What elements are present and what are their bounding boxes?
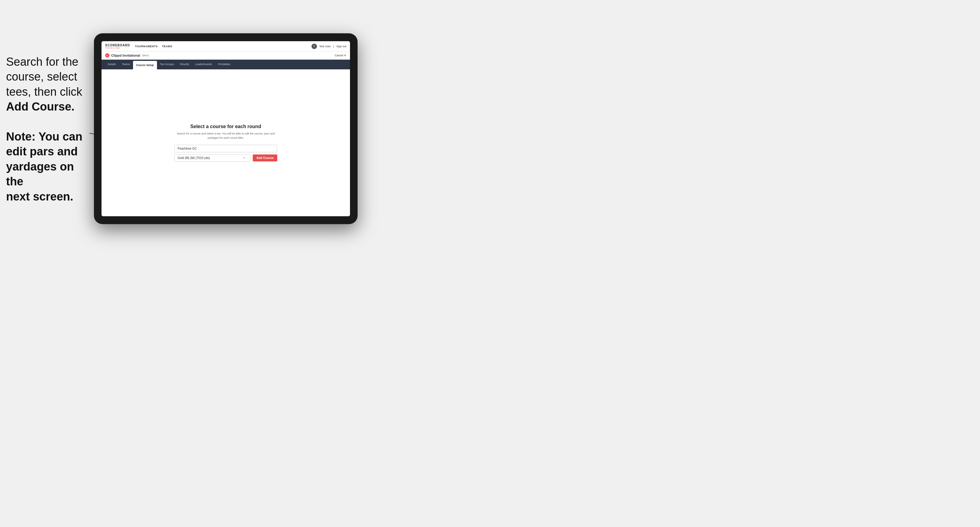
annotation-line2: course, select	[6, 70, 77, 83]
tee-select-wrapper: Gold (M) (M) (7010 yds) Silver (M) (6500…	[174, 154, 250, 162]
tab-course-setup[interactable]: Course Setup	[133, 61, 157, 69]
nav-separator: |	[333, 45, 334, 48]
annotation-note2: edit pars and	[6, 145, 78, 158]
cancel-button[interactable]: Cancel ✕	[334, 54, 346, 57]
annotation-line1: Search for the	[6, 56, 78, 68]
annotation-note4: next screen.	[6, 190, 73, 203]
logo-sub: Powered by clippd	[105, 47, 130, 49]
tournament-name: Clippd Invitational	[111, 54, 140, 57]
card-description: Search for a course and select a tee. Yo…	[174, 132, 277, 140]
tournament-header: C Clippd Invitational (Men) Cancel ✕	[102, 51, 350, 60]
main-content: Select a course for each round Search fo…	[102, 69, 350, 216]
annotation-line3: tees, then click	[6, 86, 82, 98]
tab-printables[interactable]: Printables	[215, 60, 233, 69]
tournament-badge: (Men)	[142, 54, 149, 57]
course-search-input[interactable]	[174, 145, 277, 152]
tab-results[interactable]: Results	[177, 60, 192, 69]
add-course-button[interactable]: Add Course	[253, 154, 277, 162]
tournament-title: C Clippd Invitational (Men)	[105, 53, 149, 57]
annotation-text: Search for the course, select tees, then…	[6, 54, 94, 204]
tab-bar: Details Teams Course Setup Tee Groups Re…	[102, 60, 350, 69]
tab-leaderboards[interactable]: Leaderboards	[192, 60, 215, 69]
user-label: Test User	[320, 45, 331, 48]
tablet-device: SCOREBOARD Powered by clippd TOURNAMENTS…	[94, 33, 358, 224]
user-avatar: T	[312, 44, 317, 49]
logo-area: SCOREBOARD Powered by clippd	[105, 44, 130, 49]
nav-links: TOURNAMENTS TEAMS	[135, 45, 172, 48]
nav-teams[interactable]: TEAMS	[162, 45, 172, 48]
tournament-icon: C	[105, 53, 110, 57]
tablet-screen: SCOREBOARD Powered by clippd TOURNAMENTS…	[102, 41, 350, 216]
sign-out-link[interactable]: Sign out	[336, 45, 346, 48]
logo-title: SCOREBOARD	[105, 44, 130, 47]
tab-teams[interactable]: Teams	[119, 60, 133, 69]
tab-details[interactable]: Details	[105, 60, 119, 69]
nav-right: T Test User | Sign out	[312, 44, 346, 49]
tab-tee-groups[interactable]: Tee Groups	[157, 60, 177, 69]
course-select-card: Select a course for each round Search fo…	[174, 124, 277, 162]
annotation-note3: yardages on the	[6, 160, 74, 188]
annotation-bold: Add Course.	[6, 100, 75, 113]
annotation-note1: Note: You can	[6, 130, 83, 143]
nav-tournaments[interactable]: TOURNAMENTS	[135, 45, 158, 48]
tee-select-row: Gold (M) (M) (7010 yds) Silver (M) (6500…	[174, 154, 277, 162]
tee-select[interactable]: Gold (M) (M) (7010 yds) Silver (M) (6500…	[174, 154, 250, 162]
top-nav: SCOREBOARD Powered by clippd TOURNAMENTS…	[102, 41, 350, 51]
card-title: Select a course for each round	[190, 124, 261, 129]
